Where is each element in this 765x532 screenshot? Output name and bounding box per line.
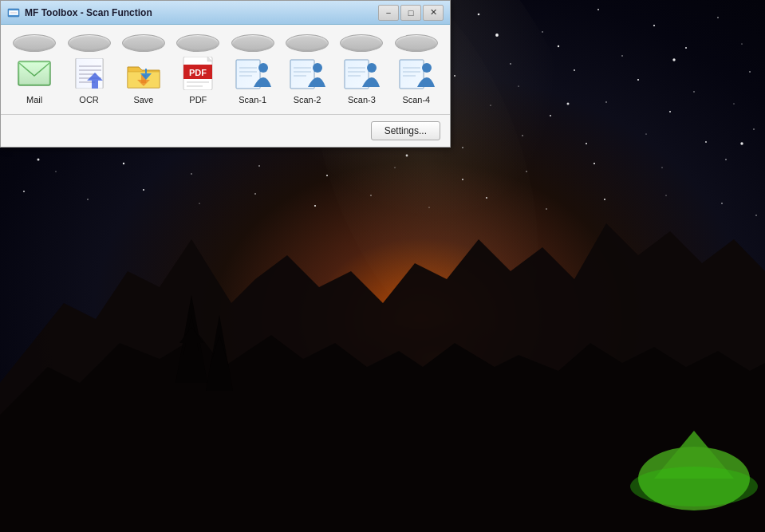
svg-rect-113 [18,61,50,85]
svg-point-67 [661,167,662,167]
svg-point-63 [645,133,646,134]
svg-point-94 [672,58,675,61]
svg-point-16 [685,47,687,49]
svg-point-72 [326,175,328,176]
title-bar[interactable]: MF Toolbox - Scan Function − □ ✕ [1,1,450,25]
svg-point-99 [37,159,40,161]
svg-point-10 [478,14,480,16]
tool-scan3[interactable]: Scan-3 [336,31,387,108]
mail-label: Mail [26,95,42,104]
svg-point-15 [741,43,742,44]
save-oval [122,34,165,52]
svg-point-68 [593,163,595,164]
maximize-button[interactable]: □ [400,5,421,21]
window-controls: − □ ✕ [378,5,444,21]
svg-point-76 [55,171,56,171]
scan3-icon [343,55,380,92]
svg-point-38 [693,91,694,92]
svg-point-82 [314,205,316,207]
svg-point-73 [258,165,260,167]
svg-point-19 [510,63,511,65]
save-label: Save [133,95,153,104]
svg-point-70 [462,179,463,180]
scan1-icon [235,55,271,92]
pdf-label: PDF [189,95,207,104]
svg-point-95 [567,103,570,105]
scan3-oval [340,34,383,52]
close-button[interactable]: ✕ [423,5,444,21]
svg-point-93 [495,33,499,37]
svg-marker-103 [206,315,233,391]
svg-point-0 [191,247,638,439]
svg-point-86 [546,208,546,209]
svg-marker-102 [179,327,203,343]
svg-point-78 [87,199,88,199]
svg-point-14 [717,17,719,18]
svg-point-61 [522,135,522,136]
svg-point-150 [422,63,432,73]
window-icon [7,6,20,19]
svg-point-144 [367,63,377,73]
scan4-icon [398,55,435,92]
pdf-icon: PDF [179,55,216,92]
settings-bar: Settings... [1,115,450,147]
svg-point-98 [740,142,743,144]
tool-pdf[interactable]: PDF PDF [172,31,223,108]
scan2-label: Scan-2 [294,95,321,104]
scan4-oval [395,34,438,52]
svg-point-81 [254,193,256,195]
tool-ocr[interactable]: OCR [63,31,114,108]
svg-point-89 [721,203,723,204]
toolbar: Mail [1,25,450,115]
svg-point-88 [665,195,666,195]
svg-point-75 [123,163,124,164]
svg-point-84 [428,207,429,207]
save-icon [125,55,162,92]
svg-rect-115 [76,58,103,89]
tool-scan2[interactable]: Scan-2 [282,31,333,108]
tool-save[interactable]: Save [118,31,169,108]
minimize-button[interactable]: − [378,5,399,21]
pdf-oval [176,34,219,52]
tool-mail[interactable]: Mail [9,31,60,108]
svg-point-79 [143,189,144,191]
mail-icon [16,55,53,92]
svg-point-42 [605,101,606,102]
svg-point-106 [630,467,758,506]
svg-point-132 [258,63,268,73]
svg-point-60 [462,147,463,148]
ocr-oval [68,34,111,52]
scan1-label: Scan-1 [239,95,266,104]
svg-marker-101 [183,315,199,355]
svg-point-83 [370,195,371,195]
svg-point-87 [604,199,605,200]
svg-point-80 [199,203,199,203]
scan2-icon [289,55,325,92]
svg-point-66 [725,159,727,160]
svg-point-36 [574,69,575,71]
scan4-label: Scan-4 [402,95,430,104]
ocr-label: OCR [79,95,98,104]
svg-point-43 [550,115,551,116]
scan1-oval [231,34,274,52]
svg-point-65 [753,128,754,129]
svg-text:PDF: PDF [189,68,207,77]
window-title: MF Toolbox - Scan Function [25,7,378,18]
settings-button[interactable]: Settings... [371,121,440,140]
svg-point-62 [586,143,587,144]
svg-marker-104 [210,335,229,367]
svg-point-64 [705,141,707,143]
scan2-oval [286,34,329,52]
svg-point-41 [669,111,671,112]
svg-point-90 [755,215,756,215]
svg-point-11 [542,31,542,32]
svg-point-17 [621,55,622,56]
svg-point-77 [23,191,25,192]
svg-point-138 [313,63,322,73]
tool-scan1[interactable]: Scan-1 [227,31,278,108]
svg-point-13 [653,25,655,26]
svg-point-71 [394,167,395,167]
svg-point-40 [733,103,734,104]
mail-oval [13,34,56,52]
tool-scan4[interactable]: Scan-4 [391,31,442,108]
